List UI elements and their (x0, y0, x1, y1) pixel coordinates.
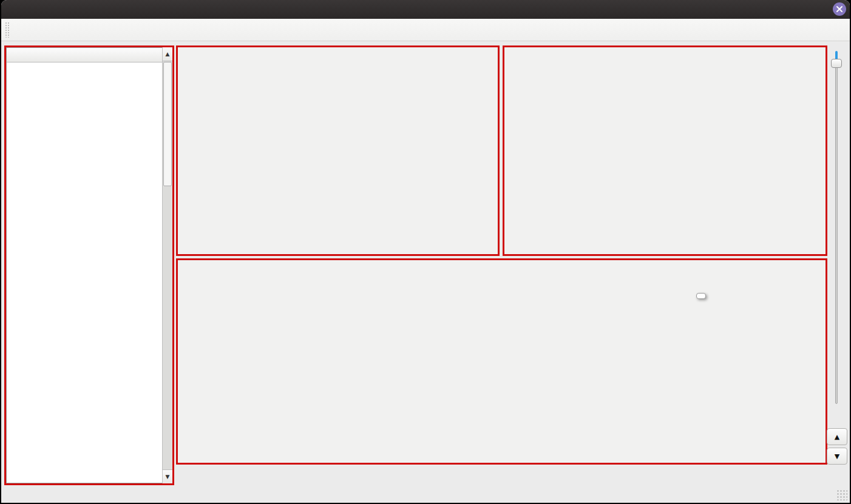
slider-track[interactable] (835, 59, 838, 404)
slider-handle[interactable] (831, 59, 842, 68)
cross-section-canvas[interactable] (178, 283, 826, 463)
table-scrollbar-thumb[interactable] (163, 62, 172, 186)
next-profile-button[interactable]: ▼ (827, 448, 847, 465)
plan-view-canvas[interactable] (178, 70, 498, 254)
plan-plot-toolbar (178, 47, 498, 70)
profile-slider[interactable] (830, 51, 843, 404)
profiles-table (6, 47, 172, 483)
long-profile-canvas[interactable] (504, 70, 826, 254)
plan-view-panel (176, 45, 500, 256)
scroll-down-icon[interactable]: ▼ (163, 469, 172, 483)
cross-section-panel (176, 258, 827, 465)
main-toolbar (1, 19, 850, 41)
arrow-down-icon: ▼ (835, 452, 839, 460)
window-body: ▲ ▼ (1, 0, 850, 503)
close-icon (836, 5, 843, 13)
scroll-up-icon[interactable]: ▲ (163, 47, 172, 61)
arrow-up-icon: ▲ (835, 433, 839, 441)
cross-section-legend (696, 293, 706, 299)
long-profile-panel (503, 45, 827, 256)
close-button[interactable] (833, 2, 846, 16)
table-scrollbar[interactable]: ▲ ▼ (162, 47, 172, 483)
title-bar[interactable] (1, 0, 850, 19)
table-header-row (7, 48, 172, 62)
toolbar-drag-handle[interactable] (5, 22, 10, 38)
app-window: ▲ ▼ (0, 0, 851, 504)
long-profile-toolbar (504, 47, 826, 70)
previous-profile-button[interactable]: ▲ (827, 428, 847, 445)
resize-grip[interactable] (836, 489, 847, 500)
table-body (7, 62, 172, 483)
cross-section-toolbar (178, 260, 826, 283)
profiles-table-panel: ▲ ▼ (4, 45, 174, 485)
